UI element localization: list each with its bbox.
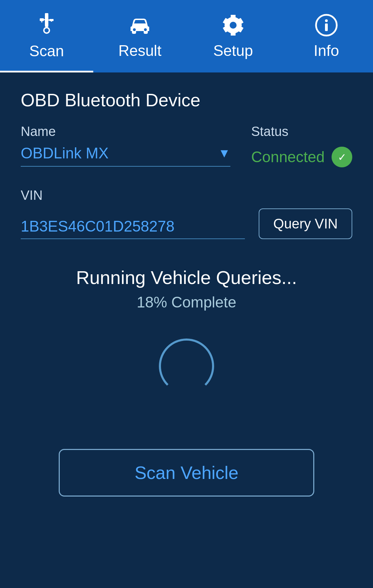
chevron-down-icon: ▼ [218,146,231,160]
svg-point-3 [44,28,49,33]
spinner-ring [159,339,214,394]
nav-label-info: Info [314,42,339,59]
nav-item-info[interactable]: Info [280,0,373,72]
info-icon [314,13,338,39]
device-status-group: Status Connected ✓ [251,124,352,167]
status-row: Connected ✓ [251,147,352,167]
loading-spinner [159,339,214,394]
nav-label-setup: Setup [213,42,253,59]
vin-input-row: Query VIN [21,208,352,239]
connected-check-icon: ✓ [332,147,352,167]
svg-point-13 [325,19,328,22]
vin-input-wrapper [21,218,245,239]
nav-item-result[interactable]: Result [93,0,186,72]
section-title: OBD Bluetooth Device [21,90,352,110]
car-icon [128,13,152,39]
svg-point-11 [230,22,237,29]
device-select-value: OBDLink MX [21,145,108,162]
status-text: Connected [251,148,325,166]
vin-label: VIN [21,188,352,203]
nav-item-setup[interactable]: Setup [186,0,280,72]
name-label: Name [21,124,230,139]
nav-label-scan: Scan [29,42,64,60]
nav-item-scan[interactable]: Scan [0,0,93,72]
progress-subtitle: 18% Complete [137,294,237,311]
vin-row: VIN Query VIN [21,188,352,239]
device-name-group: Name OBDLink MX ▼ [21,124,230,167]
device-select[interactable]: OBDLink MX ▼ [21,145,230,167]
status-label: Status [251,124,352,139]
device-row: Name OBDLink MX ▼ Status Connected ✓ [21,124,352,167]
usb-icon [35,11,59,39]
gear-icon [221,13,245,39]
progress-title: Running Vehicle Queries... [76,267,297,288]
nav-bar: Scan Result Setup [0,0,373,72]
vin-field-group: VIN Query VIN [21,188,352,239]
query-vin-button[interactable]: Query VIN [259,208,352,239]
svg-point-9 [133,28,136,31]
main-content: OBD Bluetooth Device Name OBDLink MX ▼ S… [0,72,373,514]
svg-point-10 [144,28,147,31]
vin-input[interactable] [21,218,245,239]
svg-rect-14 [325,23,328,31]
scan-vehicle-button[interactable]: Scan Vehicle [59,449,314,497]
progress-section: Running Vehicle Queries... 18% Complete [21,267,352,421]
nav-label-result: Result [118,42,162,59]
